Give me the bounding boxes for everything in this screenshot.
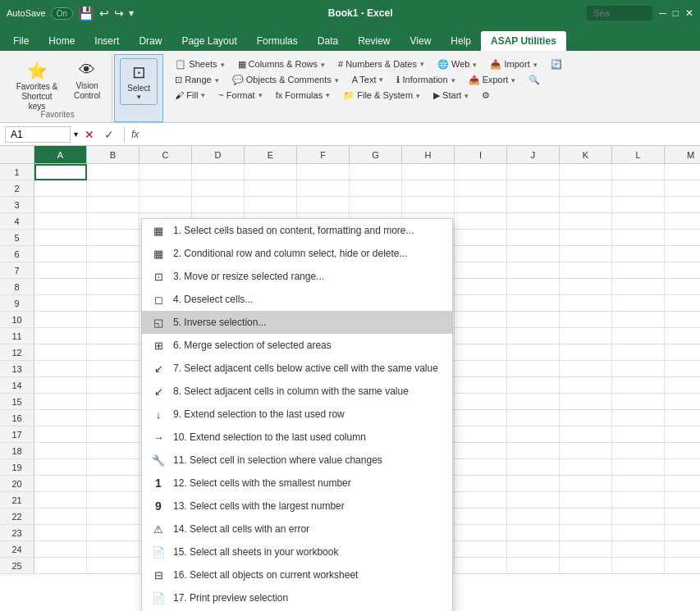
format-button[interactable]: ~ Format ▾ (213, 89, 267, 102)
menu-item-11[interactable]: 🔧 11. Select cell in selection where val… (142, 449, 452, 472)
file-system-button[interactable]: 📁 File & System ▾ (338, 89, 425, 103)
cell-l9[interactable] (612, 295, 665, 312)
autosave-toggle[interactable]: On (51, 7, 73, 20)
cell-d2[interactable] (192, 180, 245, 197)
col-header-h[interactable]: H (402, 146, 455, 163)
cell-g3[interactable] (350, 197, 402, 213)
menu-item-8[interactable]: ↙ 8. Select adjacent cells in column wit… (142, 380, 452, 403)
cell-j4[interactable] (507, 213, 560, 230)
cell-a3[interactable] (34, 197, 87, 213)
tab-view[interactable]: View (400, 31, 442, 51)
cell-i9[interactable] (455, 295, 507, 312)
cell-l11[interactable] (612, 328, 665, 344)
cell-i24[interactable] (455, 541, 507, 558)
col-header-d[interactable]: D (192, 146, 245, 163)
numbers-dates-button[interactable]: # Numbers & Dates ▾ (333, 57, 429, 71)
cell-f1[interactable] (297, 164, 350, 180)
tab-help[interactable]: Help (441, 31, 481, 51)
cell-k3[interactable] (560, 197, 612, 213)
cell-l7[interactable] (612, 262, 665, 279)
cell-b15[interactable] (87, 394, 140, 410)
cell-m12[interactable] (665, 344, 700, 361)
cell-k5[interactable] (560, 230, 612, 246)
cell-k20[interactable] (560, 476, 612, 492)
undo-icon[interactable]: ↩ (99, 7, 109, 20)
cell-a12[interactable] (34, 344, 87, 361)
cell-a15[interactable] (34, 394, 87, 410)
cell-g2[interactable] (350, 180, 402, 197)
cell-a22[interactable] (34, 508, 87, 525)
export-button[interactable]: 📤 Export ▾ (464, 73, 521, 87)
cell-j7[interactable] (507, 262, 560, 279)
cell-k10[interactable] (560, 312, 612, 328)
cell-l24[interactable] (612, 541, 665, 558)
dropdown-arrow[interactable]: ▾ (74, 130, 78, 139)
favorites-shortcut-button[interactable]: ⭐ Favorites &Shortcut keys (8, 57, 66, 115)
menu-item-12[interactable]: 1 12. Select cells with the smallest num… (142, 472, 452, 495)
cell-m7[interactable] (665, 262, 700, 279)
col-header-m[interactable]: M (665, 146, 700, 163)
cell-l10[interactable] (612, 312, 665, 328)
cell-e1[interactable] (245, 164, 297, 180)
formula-x-icon[interactable]: ✕ (81, 128, 98, 141)
cell-l23[interactable] (612, 525, 665, 541)
cell-d3[interactable] (192, 197, 245, 213)
cell-m13[interactable] (665, 361, 700, 377)
cell-l2[interactable] (612, 180, 665, 197)
cell-b13[interactable] (87, 361, 140, 377)
cell-b2[interactable] (87, 180, 140, 197)
cell-m11[interactable] (665, 328, 700, 344)
cell-a24[interactable] (34, 541, 87, 558)
cell-j2[interactable] (507, 180, 560, 197)
cell-i12[interactable] (455, 344, 507, 361)
cell-m14[interactable] (665, 377, 700, 394)
cell-k12[interactable] (560, 344, 612, 361)
cell-b23[interactable] (87, 525, 140, 541)
cell-i6[interactable] (455, 246, 507, 262)
cell-i5[interactable] (455, 230, 507, 246)
cell-m20[interactable] (665, 476, 700, 492)
save-icon[interactable]: 💾 (78, 6, 94, 21)
cell-m21[interactable] (665, 492, 700, 508)
cell-l17[interactable] (612, 426, 665, 443)
cell-l25[interactable] (612, 558, 665, 574)
cell-k1[interactable] (560, 164, 612, 180)
cell-l16[interactable] (612, 410, 665, 426)
cell-a1[interactable] (34, 164, 87, 180)
cell-i16[interactable] (455, 410, 507, 426)
cell-j18[interactable] (507, 443, 560, 459)
cell-i10[interactable] (455, 312, 507, 328)
cell-m17[interactable] (665, 426, 700, 443)
cell-l21[interactable] (612, 492, 665, 508)
cell-i1[interactable] (455, 164, 507, 180)
cell-j8[interactable] (507, 279, 560, 295)
tab-insert[interactable]: Insert (85, 31, 129, 51)
cell-m6[interactable] (665, 246, 700, 262)
menu-item-9[interactable]: ↓ 9. Extend selection to the last used r… (142, 403, 452, 426)
cell-i18[interactable] (455, 443, 507, 459)
tab-page-layout[interactable]: Page Layout (172, 31, 246, 51)
cell-f2[interactable] (297, 180, 350, 197)
cell-k17[interactable] (560, 426, 612, 443)
cell-j20[interactable] (507, 476, 560, 492)
cell-e3[interactable] (245, 197, 297, 213)
sheets-button[interactable]: 📋 Sheets ▾ (170, 57, 229, 71)
cell-i21[interactable] (455, 492, 507, 508)
cell-i11[interactable] (455, 328, 507, 344)
cell-l1[interactable] (612, 164, 665, 180)
cell-c1[interactable] (140, 164, 192, 180)
cell-l22[interactable] (612, 508, 665, 525)
col-header-k[interactable]: K (560, 146, 612, 163)
cell-b1[interactable] (87, 164, 140, 180)
cell-a16[interactable] (34, 410, 87, 426)
cell-b20[interactable] (87, 476, 140, 492)
menu-item-14[interactable]: ⚠ 14. Select all cells with an error (142, 518, 452, 540)
cell-a10[interactable] (34, 312, 87, 328)
col-header-j[interactable]: J (507, 146, 560, 163)
cell-i8[interactable] (455, 279, 507, 295)
tab-data[interactable]: Data (308, 31, 348, 51)
cell-l3[interactable] (612, 197, 665, 213)
cell-m25[interactable] (665, 558, 700, 574)
cell-l6[interactable] (612, 246, 665, 262)
cell-m18[interactable] (665, 443, 700, 459)
